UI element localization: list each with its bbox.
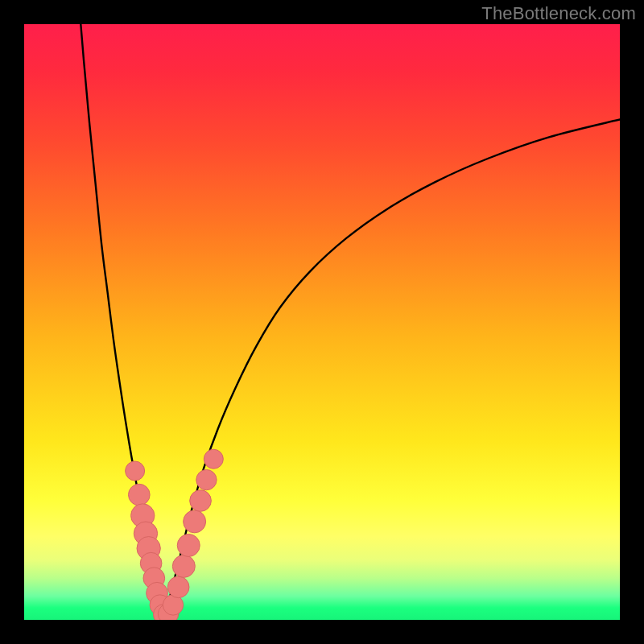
data-dot	[172, 555, 195, 577]
data-dot	[204, 449, 223, 469]
data-dot	[128, 484, 150, 506]
data-dot	[167, 576, 189, 598]
plot-area	[24, 24, 620, 620]
chart-svg	[24, 24, 620, 620]
outer-frame: TheBottleneck.com	[0, 0, 644, 644]
watermark-text: TheBottleneck.com	[481, 3, 636, 24]
data-dot	[126, 461, 145, 481]
curve-right-branch	[163, 119, 620, 615]
bottleneck-curve	[80, 24, 620, 616]
data-dot	[196, 469, 217, 489]
data-dot	[190, 490, 212, 512]
data-dot	[184, 510, 206, 533]
data-dot	[177, 535, 200, 557]
data-dots	[126, 449, 224, 620]
